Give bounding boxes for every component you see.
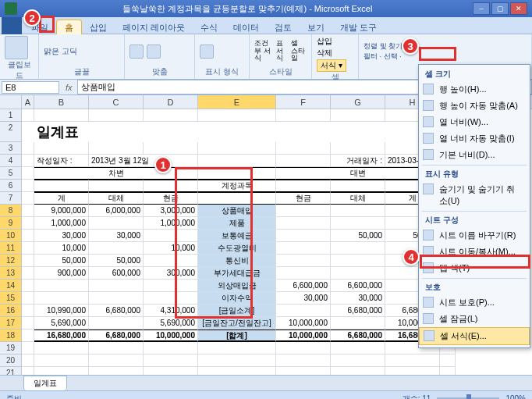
cell[interactable]: 600,000 [89, 267, 144, 280]
cell[interactable] [198, 342, 276, 354]
number-icon[interactable] [200, 45, 214, 59]
cell[interactable]: 6,000,000 [89, 205, 144, 217]
menu-item[interactable]: 행 높이 자동 맞춤(A) [419, 98, 530, 114]
menu-item[interactable]: 셀 잠금(L) [419, 311, 530, 327]
cell[interactable] [144, 280, 198, 292]
cell[interactable] [276, 205, 331, 217]
cell[interactable] [22, 155, 34, 167]
cell[interactable] [22, 242, 34, 255]
menu-item[interactable]: 셀 서식(E)... [419, 327, 530, 345]
cell[interactable]: 900,000 [34, 267, 89, 280]
cell[interactable]: 10,990,000 [34, 305, 89, 317]
cell[interactable]: 30,000 [34, 230, 89, 242]
align-icon[interactable] [147, 45, 161, 59]
column-header[interactable]: E [198, 95, 276, 109]
row-header[interactable]: 15 [0, 292, 22, 305]
cell[interactable] [331, 354, 385, 367]
cell[interactable]: 5,690,000 [34, 317, 89, 330]
cell[interactable] [22, 354, 34, 367]
menu-item[interactable]: 열 너비 자동 맞춤(I) [419, 130, 530, 147]
cell[interactable] [144, 354, 198, 367]
cell[interactable]: 대체 [89, 192, 144, 205]
cell[interactable] [34, 354, 89, 367]
row-header[interactable]: 4 [0, 155, 22, 167]
menu-item[interactable]: 열 너비(W)... [419, 114, 530, 130]
ribbon-tab[interactable]: 수식 [193, 20, 225, 34]
cell[interactable]: 16,680,000 [34, 330, 89, 342]
cell[interactable]: 계정과목 [198, 180, 276, 192]
cell[interactable] [331, 142, 385, 155]
align-icon[interactable] [129, 45, 144, 59]
cell[interactable] [22, 342, 34, 354]
cell[interactable] [331, 317, 385, 330]
cell[interactable] [276, 242, 331, 255]
cell[interactable] [276, 155, 331, 167]
cell[interactable]: 일계표 [34, 122, 144, 142]
cell[interactable] [144, 367, 198, 375]
cell[interactable] [34, 142, 89, 155]
cell[interactable]: 30,000 [89, 230, 144, 242]
cell[interactable] [22, 317, 34, 330]
cell[interactable] [34, 367, 89, 375]
cell[interactable]: 제품 [198, 217, 276, 230]
delete-button[interactable]: 삭제 [317, 48, 332, 59]
cell[interactable]: 작성일자 : [34, 155, 89, 167]
cell[interactable] [22, 142, 34, 155]
cell[interactable]: 30,000 [276, 292, 331, 305]
column-header[interactable]: D [144, 95, 198, 109]
menu-item[interactable]: 시트 이동/복사(M)... [419, 244, 530, 260]
cell[interactable] [89, 217, 144, 230]
cell[interactable]: 6,680,000 [331, 305, 385, 317]
cell[interactable] [22, 167, 34, 180]
row-header[interactable]: 5 [0, 167, 22, 180]
menu-item[interactable]: 숨기기 및 숨기기 취소(U) [419, 181, 530, 209]
cell[interactable] [276, 122, 331, 142]
column-header[interactable]: C [89, 95, 144, 109]
row-header[interactable]: 13 [0, 267, 22, 280]
cell[interactable]: 현금 [276, 192, 331, 205]
cell[interactable]: 6,680,000 [331, 330, 385, 342]
cell[interactable]: 6,600,000 [276, 280, 331, 292]
file-tab[interactable] [2, 17, 22, 34]
cell[interactable] [276, 342, 331, 354]
cell[interactable] [144, 255, 198, 267]
cell[interactable] [22, 217, 34, 230]
cell[interactable] [276, 142, 331, 155]
column-header[interactable]: A [22, 95, 34, 109]
cell[interactable]: 50,000 [89, 255, 144, 267]
cell[interactable] [22, 280, 34, 292]
ribbon-tab[interactable]: 개발 도구 [332, 20, 385, 34]
cell[interactable] [34, 280, 89, 292]
column-header[interactable]: B [34, 95, 89, 109]
cell[interactable]: 1,000,000 [144, 217, 198, 230]
cell[interactable]: 10,000,000 [276, 330, 331, 342]
cell[interactable] [89, 142, 144, 155]
menu-item[interactable]: 기본 너비(D)... [419, 147, 530, 163]
fx-icon[interactable]: fx [61, 83, 77, 92]
cell[interactable] [440, 367, 456, 375]
cell[interactable]: 6,680,000 [89, 330, 144, 342]
ribbon-tab[interactable]: 보기 [300, 20, 332, 34]
cell[interactable] [385, 367, 440, 375]
ribbon-tab[interactable]: 홈 [56, 20, 82, 34]
cell[interactable] [34, 342, 89, 354]
cell[interactable] [144, 342, 198, 354]
cell[interactable] [22, 180, 34, 192]
menu-item[interactable]: 행 높이(H)... [419, 81, 530, 98]
column-header[interactable]: F [276, 95, 331, 109]
cell[interactable] [198, 109, 276, 122]
row-header[interactable]: 18 [0, 330, 22, 342]
cell[interactable] [331, 180, 385, 192]
row-header[interactable]: 16 [0, 305, 22, 317]
row-header[interactable]: 3 [0, 142, 22, 155]
cell[interactable]: 6,600,000 [331, 280, 385, 292]
insert-button[interactable]: 삽입 [317, 36, 332, 47]
cell[interactable]: [금일소계] [198, 305, 276, 317]
cell[interactable] [144, 122, 198, 142]
cell[interactable] [276, 305, 331, 317]
cell[interactable] [22, 367, 34, 375]
cell[interactable]: 1,000,000 [34, 217, 89, 230]
close-button[interactable]: ✕ [510, 2, 527, 15]
row-header[interactable]: 21 [0, 367, 22, 375]
cell[interactable] [276, 267, 331, 280]
